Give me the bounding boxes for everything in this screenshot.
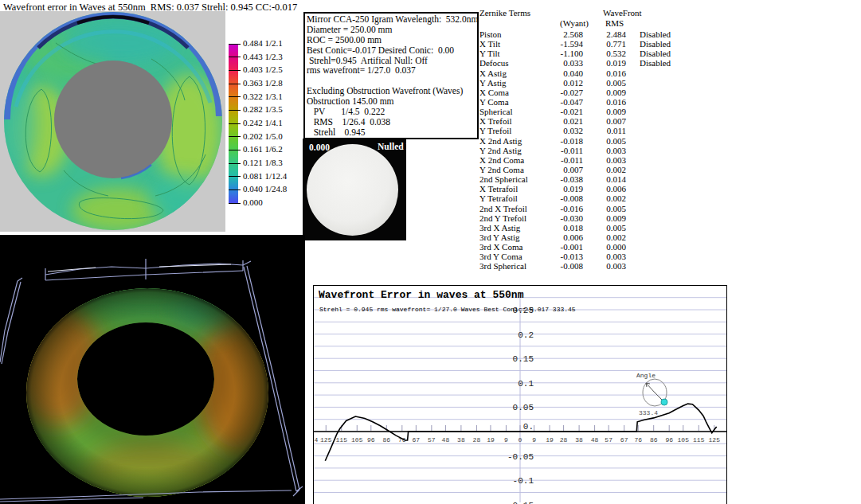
info-line: Mirror CCA-250 Igram Wavelength: 532.0nm [307, 14, 477, 25]
zernike-rms-value: 0.016 [589, 68, 626, 78]
zernike-wyant-value: -0.011 [526, 146, 583, 155]
y-tick-label: -0.1 [513, 476, 534, 486]
legend-tick [229, 70, 241, 71]
zernike-disabled-flag: Disabled [640, 58, 671, 68]
zernike-wyant-value: -0.047 [526, 97, 583, 107]
info-line: Strehl 0.945 [307, 127, 477, 138]
zernike-rms-value: 0.003 [589, 252, 626, 261]
x-tick-label: 57 [428, 436, 436, 443]
x-tick-label: 4 [315, 436, 319, 443]
zernike-term: 2nd Spherical [479, 174, 528, 184]
zernike-term: Y 2nd Astig [479, 146, 522, 155]
nulled-igram-thumbnail[interactable]: 0.000 Nulled I [303, 139, 406, 240]
info-line: Obstruction 145.00 mm [307, 96, 477, 107]
zernike-rows: Piston2.5682.484DisabledX Tilt-1.5940.77… [478, 29, 717, 272]
info-line: Diameter = 250.00 mm [307, 25, 477, 35]
zernike-term: 3rd Spherical [479, 261, 526, 271]
x-tick-label: 67 [413, 436, 421, 443]
angle-gauge-label: Angle [636, 372, 656, 379]
zernike-term: Y Coma [479, 97, 509, 107]
x-tick-label: 96 [367, 436, 375, 443]
zernike-term: 3rd Y Astig [479, 232, 520, 242]
x-tick-label: 38 [457, 436, 465, 443]
legend-label: 0.403 1/2.5 [243, 65, 283, 74]
legend-tick [229, 44, 241, 45]
zernike-col-wavefront: WaveFront [603, 8, 642, 18]
x-tick-label: 115 [336, 436, 348, 443]
zernike-wyant-value: -0.027 [526, 88, 583, 97]
zernike-row: X Astig0.0400.016 [478, 68, 717, 78]
zernike-title: Zernike Terms [479, 8, 530, 18]
zernike-wyant-value: -0.001 [526, 242, 583, 252]
zernike-row: X Tilt-1.5940.771Disabled [478, 39, 717, 49]
surface-3d-graphic [0, 235, 305, 504]
zernike-wyant-value: -0.021 [526, 107, 583, 116]
y-tick-label: -0.05 [507, 452, 534, 462]
zernike-row: 3rd Y Astig0.0060.002 [478, 232, 717, 242]
zernike-row: 3rd X Astig0.0180.005 [478, 223, 717, 232]
app-root: { "header": { "title_line": "Wavefront e… [0, 0, 861, 504]
zernike-wyant-value: 0.006 [526, 232, 583, 242]
zernike-wyant-value: 0.012 [526, 78, 583, 88]
x-tick-label: 115 [693, 436, 705, 443]
chart-subtitle: Strehl = 0.945 rms wavefront= 1/27.0 Wav… [319, 306, 576, 313]
x-tick-label: 67 [620, 436, 628, 443]
legend-label: 0.484 1/2.1 [243, 39, 283, 48]
x-tick-label: 125 [709, 436, 721, 443]
y-tick-label: 0.1 [518, 379, 534, 389]
zernike-term: X 2nd Astig [479, 136, 522, 146]
zernike-rms-value: 0.005 [589, 78, 626, 88]
legend-tick [229, 176, 241, 177]
legend-tick [229, 189, 241, 190]
zernike-term: Defocus [479, 58, 509, 68]
zernike-rms-value: 0.532 [589, 49, 626, 58]
zernike-wyant-value: -0.030 [526, 213, 583, 223]
zernike-term: Y 2nd Coma [479, 165, 524, 174]
zernike-rms-value: 0.002 [589, 232, 626, 242]
mirror-info-box[interactable]: Mirror CCA-250 Igram Wavelength: 532.0nm… [303, 12, 479, 139]
legend-label: 0.000 [243, 198, 263, 207]
legend-label: 0.161 1/6.2 [243, 145, 283, 154]
legend-label: 0.282 1/3.5 [243, 105, 283, 114]
info-line [307, 76, 477, 86]
zernike-term: X Trefoil [479, 116, 512, 126]
zernike-rms-value: 0.005 [589, 204, 626, 213]
y-tick-label: -0.15 [507, 501, 534, 504]
zernike-row: Piston2.5682.484Disabled [478, 29, 717, 39]
zernike-wyant-value: -1.100 [526, 49, 583, 58]
zernike-col-wyant: (Wyant) [560, 18, 589, 28]
zernike-rms-value: 0.002 [589, 165, 626, 174]
x-tick-label: 19 [546, 436, 554, 443]
info-line: RMS 1/26.4 0.038 [307, 117, 477, 127]
surface-3d-panel[interactable] [0, 235, 305, 504]
zernike-wyant-value: -0.018 [526, 136, 583, 146]
angle-gauge-handle[interactable] [661, 399, 667, 405]
zernike-rms-value: 0.003 [589, 146, 626, 155]
x-tick-label: 38 [575, 436, 583, 443]
legend-tick [229, 163, 241, 164]
zernike-wyant-value: 0.032 [526, 126, 583, 135]
x-tick-label: 105 [351, 436, 363, 443]
y-tick-label: 0.05 [513, 403, 534, 412]
legend-tick [229, 110, 241, 111]
x-tick-label: 96 [665, 436, 673, 443]
zernike-disabled-flag: Disabled [640, 29, 671, 39]
x-tick-label: 105 [678, 436, 690, 443]
info-line: rms wavefront= 1/27.0 0.037 [307, 65, 477, 76]
profile-chart-panel[interactable]: 4125115105968676675748382819909192838485… [313, 285, 727, 504]
zernike-rms-value: 0.019 [589, 58, 626, 68]
zernike-rms-value: 0.009 [589, 107, 626, 116]
wavefront-map-panel[interactable] [0, 11, 225, 232]
x-tick-label: 48 [442, 436, 450, 443]
info-line: PV 1/4.5 0.222 [307, 107, 477, 117]
profile-chart-graphic: 4125115105968676675748382819909192838485… [314, 286, 726, 504]
zernike-wyant-value: -0.013 [526, 252, 583, 261]
zernike-row: 2nd Y Trefoil-0.0300.009 [478, 213, 717, 223]
zernike-row: 2nd Spherical-0.0380.014 [478, 174, 717, 184]
zernike-row: 3rd Spherical-0.0080.003 [478, 261, 717, 271]
zernike-wyant-value: 0.018 [526, 223, 583, 232]
zernike-row: Defocus0.0330.019Disabled [478, 58, 717, 68]
y-tick-label: 0. [523, 422, 534, 432]
zernike-wyant-value: 0.019 [526, 184, 583, 193]
zernike-row: X Tetrafoil0.0190.006 [478, 184, 717, 193]
